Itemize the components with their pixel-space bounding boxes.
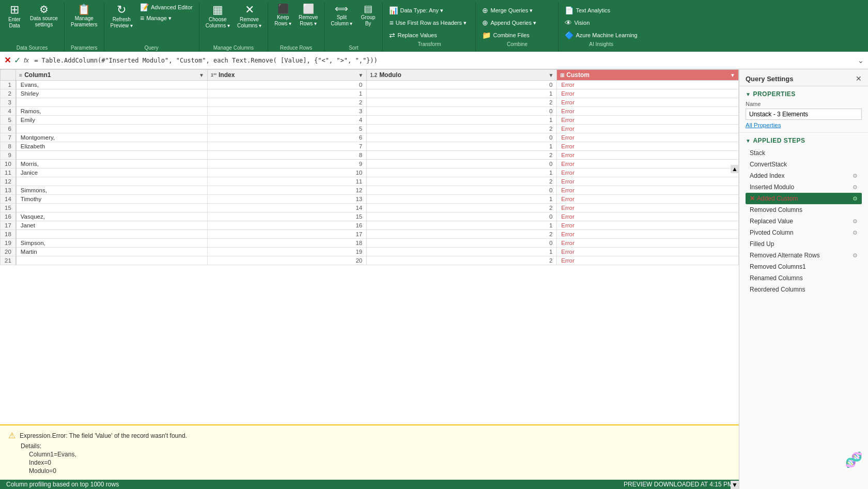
status-left: Column profiling based on top 1000 rows [6,481,119,488]
col3-cell: 1 [367,116,557,125]
applied-step-replaced-value[interactable]: Replaced Value ⚙ [746,216,862,227]
custom-header[interactable]: ⊞ Custom ▼ [557,70,739,81]
table-row[interactable]: 12 11 2 Error [1,177,739,186]
keep-rows-button[interactable]: ⬛ KeepRows ▾ [271,2,295,29]
formula-input[interactable]: = Table.AddColumn(#"Inserted Modulo", "C… [32,56,855,65]
table-row[interactable]: 14 Timothy 13 1 Error [1,195,739,204]
formula-cancel-button[interactable]: ✕ [4,55,11,65]
col2-cell: 14 [207,204,366,212]
choose-columns-button[interactable]: ▦ ChooseColumns ▾ [203,2,233,31]
scroll-down-button[interactable]: ▼ [731,481,739,489]
custom-filter-icon[interactable]: ▼ [730,72,735,78]
table-row[interactable]: 18 17 2 Error [1,230,739,239]
col2-cell: 11 [207,177,366,186]
table-row[interactable]: 15 14 2 Error [1,204,739,212]
scroll-up-button[interactable]: ▲ [731,165,739,173]
combine-files-button[interactable]: 📁 Combine Files [479,30,555,40]
ribbon-group-manage-columns: ▦ ChooseColumns ▾ ✕ RemoveColumns ▾ Mana… [199,2,269,52]
step-gear-icon[interactable]: ⚙ [853,230,858,236]
col2-cell: 8 [207,151,366,160]
row-number: 14 [1,195,16,204]
table-row[interactable]: 4 Ramos, 3 0 Error [1,107,739,116]
data-table-wrap[interactable]: ≡ Column1 ▼ 1²³ Index ▼ [0,69,739,424]
remove-rows-button[interactable]: ⬜ RemoveRows ▾ [296,2,321,29]
column1-filter-icon[interactable]: ▼ [199,72,204,78]
applied-step-removed-columns1[interactable]: Removed Columns1 [746,261,862,272]
parameters-label: Parameters [71,45,98,52]
table-row[interactable]: 17 Janet 16 1 Error [1,221,739,230]
col3-cell: 0 [367,107,557,116]
group-by-button[interactable]: ▤ GroupBy [357,2,379,29]
table-row[interactable]: 21 20 2 Error [1,256,739,265]
row-number: 12 [1,177,16,186]
modulo-filter-icon[interactable]: ▼ [548,72,553,78]
step-gear-icon[interactable]: ⚙ [853,184,858,191]
step-label: Renamed Columns [750,274,803,282]
applied-step-reordered-columns[interactable]: Reordered Columns [746,284,862,295]
applied-step-added-index[interactable]: Added Index ⚙ [746,170,862,181]
replace-values-button[interactable]: ⇄ Replace Values [386,30,472,40]
step-gear-icon[interactable]: ⚙ [853,252,858,259]
manage-button[interactable]: ≡ Manage ▾ [137,13,196,23]
col1-cell: Janice [16,169,208,177]
remove-columns-button[interactable]: ✕ RemoveColumns ▾ [234,2,265,31]
formula-expand-button[interactable]: ⌄ [858,56,864,65]
append-queries-button[interactable]: ⊕ Append Queries ▾ [479,18,555,28]
table-row[interactable]: 3 2 2 Error [1,98,739,107]
applied-step-pivoted-column[interactable]: Pivoted Column ⚙ [746,227,862,238]
azure-ml-button[interactable]: 🔷 Azure Machine Learning [562,30,640,40]
index-filter-icon[interactable]: ▼ [358,72,363,78]
modulo-name: Modulo [379,71,401,79]
table-row[interactable]: 7 Montgomery, 6 0 Error [1,133,739,142]
split-column-button[interactable]: ⟺ SplitColumn ▾ [328,2,355,29]
applied-step-convert-stack[interactable]: ConvertStack [746,159,862,170]
col3-cell: 1 [367,248,557,256]
table-row[interactable]: 19 Simpson, 18 0 Error [1,239,739,248]
text-analytics-button[interactable]: 📄 Text Analytics [562,5,640,16]
step-left: Added Index [750,172,784,179]
name-input[interactable] [746,109,862,120]
step-gear-icon[interactable]: ⚙ [853,195,858,202]
refresh-preview-button[interactable]: ↻ RefreshPreview ▾ [107,2,136,31]
table-row[interactable]: 9 8 2 Error [1,151,739,160]
applied-step-inserted-modulo[interactable]: Inserted Modulo ⚙ [746,181,862,193]
table-row[interactable]: 16 Vasquez, 15 0 Error [1,212,739,221]
step-label: Inserted Modulo [750,184,794,191]
query-settings-close-button[interactable]: ✕ [856,74,862,83]
applied-step-removed-alternate-rows[interactable]: Removed Alternate Rows ⚙ [746,250,862,261]
table-row[interactable]: 8 Elizabeth 7 1 Error [1,142,739,151]
modulo-header[interactable]: 1.2 Modulo ▼ [367,70,557,81]
step-left: Renamed Columns [750,274,803,282]
applied-step-removed-columns[interactable]: Removed Columns [746,204,862,216]
all-properties-link[interactable]: All Properties [746,122,862,128]
column1-header[interactable]: ≡ Column1 ▼ [16,70,208,81]
grid-scroll[interactable]: ≡ Column1 ▼ 1²³ Index ▼ [0,69,739,424]
applied-step-renamed-columns[interactable]: Renamed Columns [746,272,862,284]
table-row[interactable]: 13 Simmons, 12 0 Error [1,186,739,195]
applied-step-stack[interactable]: Stack [746,147,862,159]
table-row[interactable]: 20 Martin 19 1 Error [1,248,739,256]
col1-cell [16,204,208,212]
vision-button[interactable]: 👁 Vision [562,18,640,28]
table-row[interactable]: 6 5 2 Error [1,125,739,133]
use-first-row-button[interactable]: ≡ Use First Row as Headers ▾ [386,18,472,28]
step-gear-icon[interactable]: ⚙ [853,218,858,225]
index-header[interactable]: 1²³ Index ▼ [207,70,366,81]
step-gear-icon[interactable]: ⚙ [853,173,858,179]
table-row[interactable]: 1 Evans, 0 0 Error [1,81,739,89]
table-row[interactable]: 5 Emily 4 1 Error [1,116,739,125]
table-row[interactable]: 11 Janice 10 1 Error [1,169,739,177]
table-row[interactable]: 2 Shirley 1 1 Error [1,89,739,98]
applied-step-added-custom[interactable]: ✕Added Custom ⚙ [746,193,862,204]
table-row[interactable]: 10 Morris, 9 0 Error [1,160,739,169]
manage-parameters-button[interactable]: 📋 ManageParameters [68,2,101,30]
enter-data-button[interactable]: ⊞ EnterData [3,2,26,31]
advanced-editor-button[interactable]: 📝 Advanced Editor [137,2,196,12]
data-source-settings-button[interactable]: ⚙ Data sourcesettings [27,2,61,30]
data-type-button[interactable]: 📊 Data Type: Any ▾ [386,5,472,16]
applied-step-filled-up[interactable]: Filled Up [746,238,862,250]
merge-queries-button[interactable]: ⊕ Merge Queries ▾ [479,5,555,16]
data-table: ≡ Column1 ▼ 1²³ Index ▼ [0,69,739,265]
formula-confirm-button[interactable]: ✓ [14,55,21,65]
reduce-rows-label: Reduce Rows [280,45,312,52]
